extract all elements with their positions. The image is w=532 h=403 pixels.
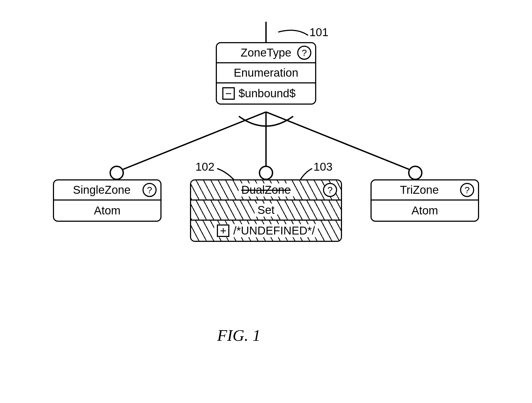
help-icon: ? xyxy=(297,46,311,60)
diagram-canvas: 101 102 103 ZoneType ? Enumeration − $un… xyxy=(0,0,532,403)
node-title-row: TriZone ? xyxy=(372,180,478,201)
node-type: Atom xyxy=(94,204,121,217)
figure-caption: FIG. 1 xyxy=(217,326,261,345)
ref-103: 103 xyxy=(314,160,332,173)
node-title: TriZone xyxy=(400,183,439,196)
node-binding: /*UNDEFINED*/ xyxy=(233,224,315,237)
node-expand-row: − $unbound$ xyxy=(217,83,315,104)
ref-102: 102 xyxy=(195,160,214,173)
node-trizone: TriZone ? Atom xyxy=(370,179,479,222)
help-icon: ? xyxy=(460,183,474,197)
node-dualzone: DualZone ? Set + /*UNDEFINED*/ xyxy=(190,179,342,242)
node-type-row: Enumeration xyxy=(217,63,315,83)
node-type-row: Atom xyxy=(372,201,478,221)
node-type-row: Set xyxy=(191,201,341,221)
expand-icon[interactable]: + xyxy=(217,224,229,237)
svg-point-4 xyxy=(110,166,123,179)
node-type: Set xyxy=(257,204,274,217)
ref-101: 101 xyxy=(309,26,328,39)
svg-point-5 xyxy=(259,166,273,179)
help-icon: ? xyxy=(323,183,337,197)
help-icon: ? xyxy=(142,183,157,197)
node-title: SingleZone xyxy=(73,183,131,196)
node-type: Atom xyxy=(411,204,438,217)
node-title: ZoneType xyxy=(241,46,292,59)
svg-line-3 xyxy=(266,112,410,170)
node-type: Enumeration xyxy=(234,66,298,79)
node-type-row: Atom xyxy=(54,201,160,221)
node-title: DualZone xyxy=(241,183,291,196)
node-zonetype: ZoneType ? Enumeration − $unbound$ xyxy=(216,42,316,105)
collapse-icon[interactable]: − xyxy=(222,87,235,100)
node-expand-row: + /*UNDEFINED*/ xyxy=(191,221,341,241)
node-title-row: DualZone ? xyxy=(191,180,341,201)
node-binding: $unbound$ xyxy=(239,87,296,100)
node-title-row: ZoneType ? xyxy=(217,43,315,63)
svg-line-2 xyxy=(122,112,266,170)
node-singlezone: SingleZone ? Atom xyxy=(53,179,162,222)
node-title-row: SingleZone ? xyxy=(54,180,160,201)
svg-point-6 xyxy=(409,166,422,179)
